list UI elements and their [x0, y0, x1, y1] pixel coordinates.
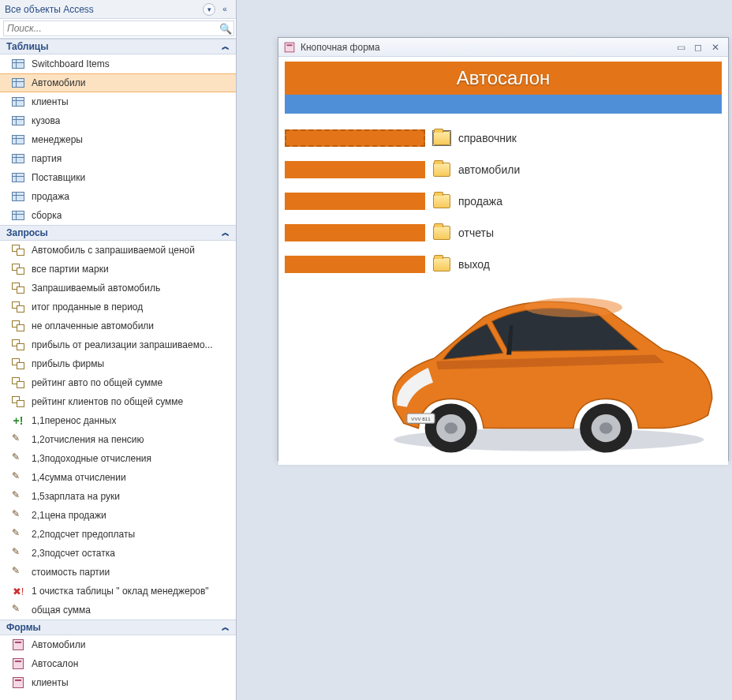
nav-item[interactable]: все партии марки	[0, 260, 236, 279]
nav-item-label: 1,2отчисления на пенсию	[32, 434, 144, 445]
nav-item[interactable]: Поставщики	[0, 168, 236, 187]
query-icon	[11, 282, 25, 294]
nav-item[interactable]: Автосалон	[0, 654, 236, 673]
nav-item-label: сборка	[32, 210, 62, 221]
nav-item[interactable]: итог проданные в период	[0, 298, 236, 316]
nav-item[interactable]: Switchboard Items	[0, 54, 236, 73]
nav-item-label: прибыль от реализации запрашиваемо...	[32, 339, 213, 350]
nav-item[interactable]: 1,3подоходные отчисления	[0, 449, 236, 468]
form-icon	[11, 676, 25, 689]
maximize-button[interactable]: ◻	[690, 41, 706, 54]
nav-item-label: Запрашиваемый автомобиль	[32, 283, 160, 294]
nav-item[interactable]: партия	[0, 149, 236, 168]
nav-item[interactable]: продажа	[0, 187, 236, 206]
nav-item[interactable]: Автомобили	[0, 635, 236, 654]
nav-item-label: 1,1перенос данных	[32, 415, 116, 426]
banner-text: Автосалон	[457, 67, 551, 89]
nav-item-label: стоимость партии	[32, 567, 110, 578]
nav-item[interactable]: 1,2отчисления на пенсию	[0, 430, 236, 449]
nav-item-label: Автомобили	[32, 639, 85, 650]
nav-item[interactable]: менеджеры	[0, 130, 236, 149]
nav-item[interactable]: не оплаченные автомобили	[0, 316, 236, 335]
query-icon	[11, 263, 25, 275]
nav-item-label: кузова	[32, 115, 60, 126]
nav-item-label: 1,5зарплата на руки	[32, 491, 120, 502]
menu-bar	[285, 256, 425, 273]
query-icon	[11, 376, 25, 389]
update-icon	[11, 509, 25, 522]
switchboard-item[interactable]: выход	[285, 251, 728, 278]
folder-icon	[433, 194, 450, 208]
menu-bar	[285, 161, 425, 178]
update-icon	[11, 604, 25, 616]
nav-item[interactable]: клиенты	[0, 673, 236, 692]
group-header-forms[interactable]: Формы︽	[0, 620, 236, 635]
form-titlebar[interactable]: Кнопочная форма ▭ ◻ ✕	[278, 38, 728, 57]
nav-item[interactable]: прибыль фирмы	[0, 354, 236, 373]
nav-menu-dropdown-icon[interactable]: ▾	[203, 3, 215, 16]
chevron-up-icon: ︽	[222, 41, 230, 52]
switchboard-item[interactable]: отчеты	[285, 219, 728, 246]
switchboard-item[interactable]: автомобили	[285, 156, 728, 183]
group-label: Формы	[6, 622, 41, 633]
update-icon	[11, 471, 25, 484]
nav-item[interactable]: 1,5зарплата на руки	[0, 487, 236, 506]
switchboard-item[interactable]: продажа	[285, 188, 728, 215]
nav-item[interactable]: клиенты	[0, 92, 236, 111]
nav-pane-header[interactable]: Все объекты Access ▾ «	[0, 0, 236, 19]
nav-item[interactable]: общая сумма	[0, 601, 236, 620]
minimize-button[interactable]: ▭	[673, 41, 689, 54]
table-icon	[11, 152, 25, 165]
nav-collapse-icon[interactable]: «	[218, 3, 231, 16]
nav-item-label: менеджеры	[32, 134, 83, 145]
query-icon	[11, 301, 25, 313]
nav-item[interactable]: стоимость партии	[0, 563, 236, 582]
folder-icon	[433, 163, 450, 177]
nav-item[interactable]: прибыль от реализации запрашиваемо...	[0, 335, 236, 354]
car-image: VVV 811	[361, 275, 720, 457]
nav-item-label: 2,1цена продажи	[32, 510, 106, 521]
table-icon	[11, 77, 25, 89]
group-header-tables[interactable]: Таблицы︽	[0, 39, 236, 54]
nav-item-label: 1,3подоходные отчисления	[32, 453, 151, 464]
group-label: Запросы	[6, 227, 48, 238]
nav-item-label: продажа	[32, 191, 69, 202]
query-icon	[11, 357, 25, 370]
update-icon	[11, 452, 25, 465]
nav-item-label: 2,2подсчет предоплаты	[32, 529, 135, 540]
nav-item[interactable]: рейтинг клиентов по общей сумме	[0, 392, 236, 411]
group-header-queries[interactable]: Запросы︽	[0, 225, 236, 241]
switchboard-item[interactable]: справочник	[285, 125, 728, 152]
form-icon	[11, 657, 25, 670]
svg-point-6	[599, 422, 613, 433]
form-icon	[283, 42, 296, 53]
nav-item[interactable]: Запрашиваемый автомобиль	[0, 279, 236, 298]
workspace-canvas: Кнопочная форма ▭ ◻ ✕ Автосалон справочн…	[237, 0, 732, 700]
nav-item[interactable]: +!1,1перенос данных	[0, 411, 236, 430]
table-icon	[11, 58, 25, 70]
table-icon	[11, 209, 25, 222]
chevron-up-icon: ︽	[222, 622, 230, 633]
form-body: Автосалон справочникавтомобилипродажаотч…	[278, 62, 728, 465]
nav-item[interactable]: 2,1цена продажи	[0, 506, 236, 525]
update-icon	[11, 528, 25, 541]
svg-point-9	[525, 298, 622, 317]
nav-item[interactable]: ✖!1 очистка таблицы " оклад менеджеров"	[0, 582, 236, 601]
nav-item-label: итог проданные в период	[32, 301, 143, 313]
delete-icon: ✖!	[11, 585, 25, 597]
search-input[interactable]	[3, 21, 234, 36]
close-button[interactable]: ✕	[708, 41, 723, 54]
nav-item[interactable]: рейтинг авто по общей сумме	[0, 373, 236, 392]
nav-item[interactable]: кузова	[0, 111, 236, 130]
nav-item[interactable]: Автомобиль с запрашиваемой ценой	[0, 241, 236, 260]
nav-item[interactable]: Автомобили	[0, 73, 236, 92]
nav-item[interactable]: 1,4сумма отчислении	[0, 468, 236, 487]
nav-item[interactable]: 2,2подсчет предоплаты	[0, 525, 236, 544]
menu-label: продажа	[458, 195, 502, 208]
nav-item[interactable]: сборка	[0, 206, 236, 225]
nav-item-label: Автомобиль с запрашиваемой ценой	[32, 245, 195, 256]
table-icon	[11, 114, 25, 127]
nav-item-label: клиенты	[32, 96, 69, 107]
nav-item-label: рейтинг авто по общей сумме	[32, 377, 162, 388]
nav-item[interactable]: 2,3подсчет остатка	[0, 544, 236, 563]
